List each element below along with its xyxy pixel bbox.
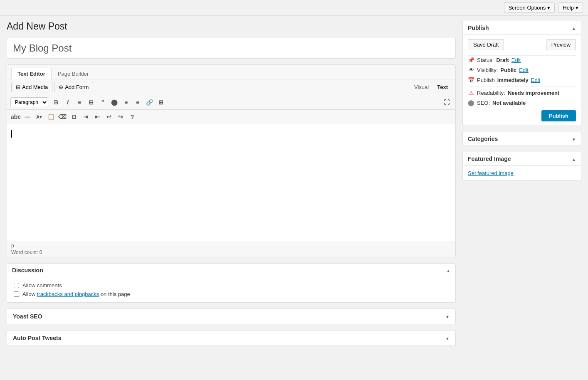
visibility-icon: 👁: [468, 67, 474, 73]
content-area: Add New Post Text Editor Page Builder ⊞ …: [7, 21, 456, 346]
redo-button[interactable]: ↪: [115, 111, 126, 122]
allow-comments-label: Allow comments: [22, 282, 62, 289]
visual-tab-button[interactable]: Visual: [411, 83, 432, 91]
publish-button[interactable]: Publish: [541, 110, 576, 121]
sidebar: Publish Save Draft Preview 📌 Status:: [462, 21, 581, 187]
readability-value: Needs improvement: [508, 90, 559, 96]
indent-button[interactable]: ⇥: [80, 111, 91, 122]
set-featured-image-link[interactable]: Set featured image: [468, 170, 514, 176]
visibility-edit-link[interactable]: Edit: [519, 67, 528, 73]
seo-icon: ⬤: [468, 99, 474, 106]
featured-image-header[interactable]: Featured Image: [463, 152, 581, 166]
auto-post-tweets-title: Auto Post Tweets: [13, 335, 61, 341]
outdent-button[interactable]: ⇤: [92, 111, 103, 122]
publish-timing-row: 📅 Publish immediately Edit: [468, 76, 576, 83]
editor-tab-bar: Text Editor Page Builder: [7, 65, 455, 79]
table-button[interactable]: ⊞: [156, 97, 166, 108]
paste-button[interactable]: 📋: [45, 111, 56, 122]
auto-post-tweets-box: Auto Post Tweets: [7, 330, 456, 346]
clear-format-button[interactable]: ⌫: [57, 111, 68, 122]
yoast-seo-box: Yoast SEO: [7, 308, 456, 324]
preview-button[interactable]: Preview: [546, 39, 576, 50]
tab-text-editor[interactable]: Text Editor: [11, 68, 52, 79]
editor-content-area[interactable]: [7, 124, 455, 241]
publish-meta: 📌 Status: Draft Edit 👁 Visibility: Publi…: [468, 57, 576, 106]
visibility-label: Visibility:: [477, 67, 498, 73]
unordered-list-button[interactable]: ≡: [74, 97, 85, 108]
add-media-button[interactable]: ⊞ Add Media: [11, 82, 52, 92]
publish-box: Publish Save Draft Preview 📌 Status:: [462, 21, 581, 126]
auto-post-chevron-down: [445, 335, 450, 341]
calendar-icon: 📅: [468, 76, 474, 83]
allow-comments-checkbox[interactable]: [14, 283, 19, 288]
top-bar: Screen Options ▾ Help ▾: [0, 0, 588, 16]
publish-timing-label: Publish: [477, 77, 495, 83]
allow-trackbacks-checkbox[interactable]: [14, 291, 19, 297]
status-edit-link[interactable]: Edit: [511, 57, 521, 63]
publish-btn-row: Publish: [468, 110, 576, 121]
hr-button[interactable]: —: [22, 111, 33, 122]
help-button[interactable]: Help ▾: [558, 2, 583, 13]
cursor-position: [11, 128, 451, 138]
allow-trackbacks-label: Allow trackbacks and pingbacks on this p…: [22, 291, 130, 297]
text-tab-button[interactable]: Text: [434, 83, 451, 91]
help-label: Help: [563, 5, 574, 11]
add-media-icon: ⊞: [16, 84, 20, 90]
align-right-button[interactable]: ≡: [132, 97, 143, 108]
discussion-header[interactable]: Discussion: [7, 264, 455, 277]
italic-button[interactable]: I: [62, 97, 73, 108]
fullscreen-button[interactable]: ⛶: [441, 97, 452, 108]
align-center-button[interactable]: ≡: [121, 97, 131, 108]
publish-actions: Save Draft Preview: [468, 39, 576, 50]
toolbar-left: ⊞ Add Media ⊕ Add Form: [11, 82, 93, 92]
seo-value: Not available: [492, 100, 526, 106]
undo-button[interactable]: ↩: [104, 111, 114, 122]
align-left-button[interactable]: ⬤: [109, 97, 120, 108]
strikethrough-button[interactable]: abc: [10, 111, 21, 122]
ordered-list-button[interactable]: ⊟: [86, 97, 96, 108]
categories-chevron-down: [572, 136, 576, 142]
categories-header[interactable]: Categories: [463, 132, 581, 146]
trackbacks-link[interactable]: trackbacks and pingbacks: [37, 291, 99, 297]
readability-label: Readability:: [477, 90, 505, 96]
auto-post-tweets-header[interactable]: Auto Post Tweets: [7, 331, 455, 345]
categories-title: Categories: [468, 136, 498, 142]
editor-toolbar-top: ⊞ Add Media ⊕ Add Form Visual Text: [7, 79, 455, 95]
visibility-value: Public: [500, 67, 516, 73]
publish-timing-edit-link[interactable]: Edit: [531, 77, 540, 83]
toolbar-right: Visual Text: [411, 83, 451, 91]
paragraph-select[interactable]: Paragraph: [10, 97, 48, 107]
allow-trackbacks-row: Allow trackbacks and pingbacks on this p…: [14, 291, 449, 297]
discussion-title: Discussion: [12, 267, 43, 274]
seo-label: SEO:: [477, 100, 490, 106]
blockquote-button[interactable]: ": [97, 97, 108, 108]
special-chars-button[interactable]: Ω: [69, 111, 79, 122]
save-draft-button[interactable]: Save Draft: [468, 39, 504, 50]
publish-box-header[interactable]: Publish: [463, 21, 581, 35]
yoast-seo-title: Yoast SEO: [13, 313, 42, 320]
status-value: Draft: [496, 57, 509, 63]
chevron-down-icon: ▾: [576, 5, 578, 11]
readability-row: ⚠ Readability: Needs improvement: [468, 89, 576, 96]
categories-box: Categories: [462, 132, 581, 146]
text-color-button[interactable]: A▾: [34, 111, 44, 122]
main-layout: Add New Post Text Editor Page Builder ⊞ …: [0, 16, 588, 351]
yoast-seo-header[interactable]: Yoast SEO: [7, 309, 455, 324]
add-form-button[interactable]: ⊕ Add Form: [54, 82, 93, 92]
help-editor-button[interactable]: ?: [127, 111, 138, 122]
status-row: 📌 Status: Draft Edit: [468, 57, 576, 63]
status-icon: 📌: [468, 57, 474, 63]
bold-button[interactable]: B: [51, 97, 62, 108]
link-button[interactable]: 🔗: [144, 97, 155, 108]
format-toolbar-1: Paragraph B I ≡ ⊟ " ⬤ ≡ ≡ 🔗 ⊞ ⛶: [7, 95, 455, 110]
tab-page-builder[interactable]: Page Builder: [52, 68, 95, 79]
discussion-box: Discussion Allow comments Allow trackbac…: [7, 263, 456, 303]
seo-row: ⬤ SEO: Not available: [468, 99, 576, 106]
screen-options-button[interactable]: Screen Options ▾: [504, 2, 555, 13]
add-form-icon: ⊕: [59, 84, 63, 90]
path-indicator: p: [11, 243, 451, 249]
allow-comments-row: Allow comments: [14, 282, 449, 289]
word-count: Word count: 0: [11, 249, 451, 255]
status-label: Status:: [477, 57, 494, 63]
post-title-input[interactable]: [7, 38, 456, 59]
